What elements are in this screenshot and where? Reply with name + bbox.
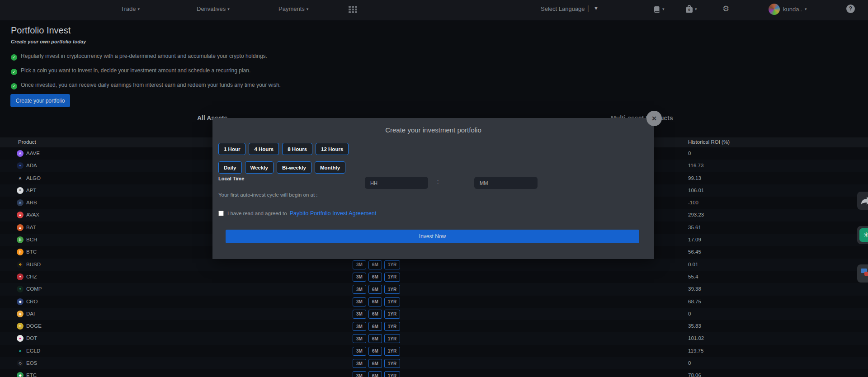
eos-coin-icon: ◇	[17, 360, 24, 367]
frequency-monthly-button[interactable]: Monthly	[315, 161, 345, 174]
term-3m-button[interactable]: 3M	[353, 285, 366, 294]
term-6m-button[interactable]: 6M	[368, 359, 382, 368]
term-3m-button[interactable]: 3M	[353, 322, 366, 331]
bch-coin-icon: ₿	[17, 236, 24, 243]
agreement-row: I have read and agreed to Paybito Portfo…	[218, 210, 377, 217]
roi-value: 68.75	[688, 299, 701, 304]
settings-gear-icon[interactable]: ⚙	[722, 4, 729, 14]
chevron-down-icon[interactable]: ▾	[662, 7, 665, 11]
coin-symbol: ADA	[26, 163, 37, 168]
term-1yr-button[interactable]: 1YR	[384, 297, 400, 306]
hour-input[interactable]	[365, 177, 428, 189]
invest-now-button[interactable]: Invest Now	[226, 230, 639, 243]
interval-12-hours-button[interactable]: 12 Hours	[316, 143, 349, 155]
roi-value: 293.23	[688, 212, 704, 217]
term-6m-button[interactable]: 6M	[368, 347, 382, 356]
agreement-text: I have read and agreed to	[227, 211, 287, 216]
agreement-link[interactable]: Paybito Portfolio Invest Agreement	[290, 210, 377, 217]
term-1yr-button[interactable]: 1YR	[384, 334, 400, 343]
nav-menu-trade[interactable]: Trade▾	[121, 5, 140, 12]
chevron-down-icon: ▾	[307, 7, 309, 11]
help-icon[interactable]: ?	[846, 5, 855, 13]
term-6m-button[interactable]: 6M	[368, 310, 382, 319]
agreement-checkbox[interactable]	[218, 211, 224, 216]
cro-coin-icon: ◆	[17, 298, 24, 305]
coin-symbol: AAVE	[26, 151, 40, 156]
modal-close-button[interactable]: ✕	[646, 111, 662, 126]
chat-widget-button[interactable]	[857, 264, 868, 283]
coin-symbol: CRO	[26, 299, 38, 304]
term-1yr-button[interactable]: 1YR	[384, 359, 400, 368]
coin-symbol: BTC	[26, 249, 37, 254]
interval-1-hour-button[interactable]: 1 Hour	[218, 143, 245, 155]
roi-value: 0.01	[688, 262, 698, 267]
term-buttons: 3M6M1YR	[353, 359, 400, 368]
user-name[interactable]: kunda..	[783, 6, 802, 13]
share-widget-button[interactable]	[857, 192, 868, 210]
term-3m-button[interactable]: 3M	[353, 371, 366, 377]
table-row: ✦COMP3M6M1YR39.38	[0, 283, 868, 295]
table-row: ✕EGLD3M6M1YR119.75	[0, 345, 868, 357]
term-3m-button[interactable]: 3M	[353, 297, 366, 306]
comp-coin-icon: ✦	[17, 286, 24, 292]
chevron-down-icon[interactable]: ▾	[695, 7, 697, 11]
etc-coin-icon: ◆	[17, 372, 24, 377]
doge-coin-icon: Ð	[17, 323, 24, 330]
table-row: ◆ETC3M6M1YR78.06	[0, 369, 868, 377]
nav-menu-derivatives[interactable]: Derivatives▾	[197, 5, 230, 12]
interval-8-hours-button[interactable]: 8 Hours	[282, 143, 312, 155]
term-1yr-button[interactable]: 1YR	[384, 347, 400, 356]
term-6m-button[interactable]: 6M	[368, 297, 382, 306]
avax-coin-icon: ▲	[17, 212, 24, 218]
language-dropdown-icon[interactable]: ▼	[594, 5, 599, 11]
term-1yr-button[interactable]: 1YR	[384, 273, 400, 282]
term-3m-button[interactable]: 3M	[353, 347, 366, 356]
create-portfolio-button[interactable]: Create your portfolio	[10, 94, 70, 107]
interval-4-hours-button[interactable]: 4 Hours	[249, 143, 279, 155]
table-row: ÐDOGE3M6M1YR35.83	[0, 320, 868, 332]
nav-menu-payments[interactable]: Payments▾	[278, 5, 308, 12]
term-3m-button[interactable]: 3M	[353, 334, 366, 343]
minute-input[interactable]	[474, 177, 538, 189]
check-icon: ✓	[11, 54, 17, 61]
coin-symbol: BCH	[26, 237, 37, 242]
term-1yr-button[interactable]: 1YR	[384, 371, 400, 377]
term-buttons: 3M6M1YR	[353, 297, 400, 306]
term-1yr-button[interactable]: 1YR	[384, 310, 400, 319]
orders-book-icon[interactable]	[653, 6, 660, 15]
roi-value: 56.45	[688, 249, 701, 254]
term-1yr-button[interactable]: 1YR	[384, 260, 400, 269]
coin-symbol: APT	[26, 188, 36, 193]
roi-value: 116.73	[688, 163, 703, 168]
roi-value: 101.02	[688, 335, 704, 341]
check-icon: ✓	[11, 69, 17, 75]
frequency-weekly-button[interactable]: Weekly	[245, 161, 274, 174]
local-time-label: Local Time	[218, 176, 244, 181]
coin-symbol: COMP	[26, 286, 42, 292]
chatgpt-widget-button[interactable]: ✳	[857, 226, 868, 244]
term-3m-button[interactable]: 3M	[353, 359, 366, 368]
term-3m-button[interactable]: 3M	[353, 260, 366, 269]
term-6m-button[interactable]: 6M	[368, 334, 382, 343]
apps-grid-icon[interactable]	[349, 6, 359, 14]
frequency-bi-weekly-button[interactable]: Bi-weekly	[277, 161, 311, 174]
term-6m-button[interactable]: 6M	[368, 371, 382, 377]
term-1yr-button[interactable]: 1YR	[384, 285, 400, 294]
dot-coin-icon: ●	[17, 335, 24, 342]
term-6m-button[interactable]: 6M	[368, 322, 382, 331]
wallet-bag-icon[interactable]: 0	[686, 5, 693, 13]
term-6m-button[interactable]: 6M	[368, 260, 382, 269]
term-1yr-button[interactable]: 1YR	[384, 322, 400, 331]
term-3m-button[interactable]: 3M	[353, 310, 366, 319]
algo-coin-icon: Λ	[17, 175, 24, 182]
chevron-down-icon[interactable]: ▾	[805, 7, 807, 11]
term-6m-button[interactable]: 6M	[368, 285, 382, 294]
chevron-down-icon: ▾	[227, 7, 230, 11]
term-6m-button[interactable]: 6M	[368, 273, 382, 282]
language-selector[interactable]: Select Language	[541, 5, 585, 12]
user-avatar[interactable]	[769, 4, 780, 15]
roi-value: 35.83	[688, 323, 701, 329]
frequency-daily-button[interactable]: Daily	[218, 161, 242, 174]
term-3m-button[interactable]: 3M	[353, 273, 366, 282]
chatgpt-icon: ✳	[859, 228, 868, 242]
